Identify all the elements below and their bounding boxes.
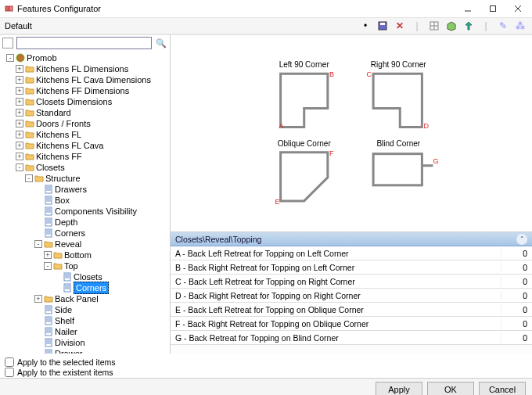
tree-node[interactable]: -Closets — [2, 162, 170, 173]
close-button[interactable] — [505, 0, 530, 17]
expand-icon[interactable]: + — [16, 142, 23, 149]
param-header[interactable]: Closets\Reveal\Topping ˄ — [171, 232, 532, 246]
apply-selected-check[interactable]: Apply to the selected items — [5, 357, 527, 367]
param-row[interactable]: A - Back Left Retreat for Topping on Lef… — [171, 246, 532, 260]
collapse-icon[interactable]: - — [44, 262, 52, 270]
tree-node[interactable]: Drawer — [2, 348, 170, 354]
param-value[interactable]: 0 — [501, 319, 532, 329]
tree-node[interactable]: +Kitchens FL Cava — [2, 140, 170, 151]
param-value[interactable]: 0 — [501, 305, 532, 314]
expand-icon[interactable]: + — [16, 76, 23, 84]
cancel-button[interactable]: Cancel — [479, 382, 526, 396]
blind-label: Blind Corner — [376, 139, 420, 148]
param-row[interactable]: B - Back Right Retreat for Topping on Le… — [171, 260, 532, 275]
expand-icon[interactable]: + — [16, 120, 23, 127]
expand-icon[interactable]: + — [34, 295, 42, 303]
no-expand — [34, 328, 42, 336]
tree-node[interactable]: +Kitchens FF — [2, 151, 170, 162]
tree-node[interactable]: +Kitchens FF Dimensions — [2, 85, 170, 96]
tree-node-label: Side — [55, 304, 72, 315]
param-value[interactable]: 0 — [501, 333, 532, 343]
tree-node[interactable]: Corners — [2, 228, 170, 239]
expand-icon[interactable]: + — [16, 109, 23, 117]
tree-node[interactable]: +Back Panel — [2, 293, 170, 304]
no-expand — [53, 284, 61, 292]
wand2-icon[interactable]: ⁂ — [513, 19, 527, 33]
new-sheet-icon[interactable] — [2, 38, 13, 48]
tree-node[interactable]: Nailer — [2, 326, 170, 337]
collapse-icon[interactable]: ˄ — [516, 234, 527, 245]
collapse-icon[interactable]: - — [25, 174, 33, 182]
param-row[interactable]: D - Back Right Retreat for Topping on Ri… — [171, 289, 532, 303]
tree-node[interactable]: Drawers — [2, 184, 170, 195]
action-icon-1[interactable]: • — [358, 19, 372, 33]
apply-existent-check[interactable]: Apply to the existent items — [5, 368, 527, 377]
tree-node[interactable]: +Standard — [2, 107, 170, 118]
param-row[interactable]: F - Back Right Retreat for Topping on Ob… — [171, 317, 532, 331]
wand-icon[interactable]: ✎ — [496, 19, 510, 33]
param-value[interactable]: 0 — [501, 249, 532, 258]
tree-node[interactable]: +Kitchens FL Dimensions — [2, 63, 170, 74]
param-row[interactable]: C - Back Left Retreat for Topping on Rig… — [171, 275, 532, 289]
save-disk-icon[interactable] — [376, 19, 390, 33]
tree-node-label: Standard — [36, 107, 71, 118]
delete-icon[interactable]: ✕ — [393, 19, 407, 33]
maximize-button[interactable] — [480, 0, 505, 17]
document-icon — [44, 305, 53, 314]
expand-icon[interactable]: + — [16, 87, 23, 95]
search-input[interactable] — [16, 37, 152, 49]
expand-icon[interactable]: + — [16, 131, 23, 138]
expand-icon[interactable]: + — [16, 65, 23, 73]
param-name: G - Back Retreat for Topping on Blind Co… — [171, 333, 501, 343]
folder-icon — [25, 119, 34, 128]
tree-node[interactable]: Shelf — [2, 315, 170, 326]
tree-node-label: Kitchens FL Cava — [36, 140, 103, 151]
param-name: C - Back Left Retreat for Topping on Rig… — [171, 277, 501, 286]
svg-rect-0 — [5, 6, 9, 11]
grid-icon[interactable] — [427, 19, 441, 33]
param-value[interactable]: 0 — [501, 263, 532, 272]
folder-icon — [25, 75, 34, 84]
tree-node[interactable]: +Kitchens FL Cava Dimensions — [2, 74, 170, 85]
param-row[interactable]: G - Back Retreat for Topping on Blind Co… — [171, 331, 532, 345]
folder-icon — [25, 64, 34, 74]
tree-node[interactable]: -Reveal — [2, 239, 170, 250]
svg-text:B: B — [329, 70, 334, 78]
tree-node[interactable]: +Kitchens FL — [2, 129, 170, 140]
collapse-icon[interactable]: - — [6, 54, 14, 62]
tree-node[interactable]: -Top — [2, 260, 170, 271]
package-icon[interactable] — [444, 19, 458, 33]
tree-node[interactable]: Box — [2, 195, 170, 206]
param-value[interactable]: 0 — [501, 291, 532, 300]
tree-node[interactable]: +Closets Dimensions — [2, 96, 170, 107]
apply-existent-checkbox[interactable] — [5, 368, 14, 377]
expand-icon[interactable]: + — [16, 98, 23, 106]
tree-node[interactable]: Division — [2, 337, 170, 348]
binoculars-icon[interactable]: 🔍 — [155, 37, 167, 49]
tree-node[interactable]: +Bottom — [2, 250, 170, 260]
ok-button[interactable]: OK — [427, 382, 474, 396]
collapse-icon[interactable]: - — [16, 163, 23, 171]
tree-node[interactable]: -Structure — [2, 173, 170, 184]
folder-icon — [44, 239, 53, 249]
export-icon[interactable] — [462, 19, 476, 33]
svg-text:D: D — [423, 123, 429, 131]
tree-node[interactable]: Closets — [2, 271, 170, 282]
minimize-button[interactable] — [455, 0, 480, 17]
expand-icon[interactable]: + — [16, 153, 23, 160]
collapse-icon[interactable]: - — [34, 240, 42, 248]
tree-node[interactable]: -Promob — [2, 52, 170, 63]
apply-selected-checkbox[interactable] — [5, 357, 14, 367]
tree-node[interactable]: +Doors / Fronts — [2, 118, 170, 129]
tree-node[interactable]: Corners — [2, 282, 170, 293]
tree-node[interactable]: Depth — [2, 217, 170, 228]
param-row[interactable]: E - Back Left Retreat for Topping on Obl… — [171, 303, 532, 317]
param-value[interactable]: 0 — [501, 277, 532, 286]
tree-node-label: Kitchens FL — [36, 129, 81, 140]
apply-button[interactable]: Apply — [376, 382, 422, 396]
tree-node[interactable]: Components Visibility — [2, 206, 170, 217]
expand-icon[interactable]: + — [44, 251, 52, 259]
tree-node[interactable]: Side — [2, 304, 170, 315]
tree[interactable]: -Promob+Kitchens FL Dimensions+Kitchens … — [0, 51, 170, 354]
tree-node-label: Corners — [55, 228, 85, 239]
